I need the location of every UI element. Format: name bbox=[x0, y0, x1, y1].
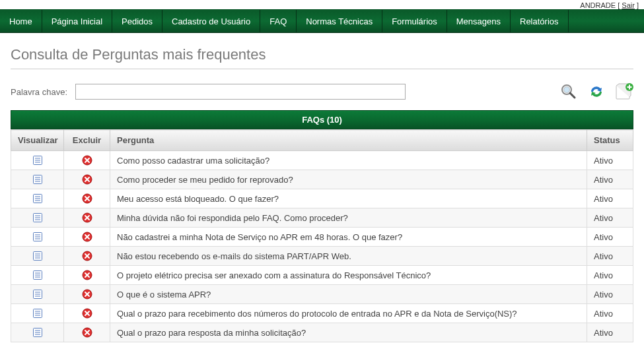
page-title: Consulta de Perguntas mais frequentes bbox=[11, 46, 633, 69]
table-row: Como posso cadastrar uma solicitação?Ati… bbox=[11, 151, 633, 170]
view-row-icon[interactable] bbox=[11, 151, 64, 170]
search-icon[interactable] bbox=[559, 82, 578, 101]
view-row-icon[interactable] bbox=[11, 247, 64, 266]
table-row: Não estou recebendo os e-mails do sistem… bbox=[11, 247, 633, 266]
question-cell: O que é o sistema APR? bbox=[110, 285, 587, 304]
view-row-icon[interactable] bbox=[11, 189, 64, 208]
faq-table: Visualizar Excluir Pergunta Status Como … bbox=[11, 129, 633, 342]
table-row: Como proceder se meu pedido for reprovad… bbox=[11, 170, 633, 189]
delete-row-icon[interactable] bbox=[64, 323, 110, 342]
svg-point-1 bbox=[564, 87, 570, 93]
question-cell: Qual o prazo para recebimento dos número… bbox=[110, 304, 587, 323]
question-cell: Minha dúvida não foi respondida pelo FAQ… bbox=[110, 208, 587, 228]
table-row: O projeto elétrico precisa ser anexado c… bbox=[11, 266, 633, 285]
main-nav: HomePágina InicialPedidosCadastro de Usu… bbox=[0, 9, 644, 33]
nav-item-7[interactable]: Mensagens bbox=[447, 10, 511, 32]
nav-item-1[interactable]: Página Inicial bbox=[42, 10, 112, 32]
search-input[interactable] bbox=[75, 84, 406, 100]
delete-row-icon[interactable] bbox=[64, 208, 110, 228]
nav-item-4[interactable]: FAQ bbox=[260, 10, 297, 32]
svg-line-2 bbox=[570, 93, 575, 98]
delete-row-icon[interactable] bbox=[64, 189, 110, 208]
logout-link[interactable]: Sair bbox=[622, 1, 635, 9]
table-row: Minha dúvida não foi respondida pelo FAQ… bbox=[11, 208, 633, 228]
status-cell: Ativo bbox=[587, 189, 633, 208]
view-row-icon[interactable] bbox=[11, 285, 64, 304]
status-cell: Ativo bbox=[587, 228, 633, 247]
view-row-icon[interactable] bbox=[11, 304, 64, 323]
col-header-view: Visualizar bbox=[11, 130, 64, 151]
question-cell: Não estou recebendo os e-mails do sistem… bbox=[110, 247, 587, 266]
table-row: Qual o prazo para resposta da minha soli… bbox=[11, 323, 633, 342]
table-row: Qual o prazo para recebimento dos número… bbox=[11, 304, 633, 323]
delete-row-icon[interactable] bbox=[64, 247, 110, 266]
view-row-icon[interactable] bbox=[11, 266, 64, 285]
delete-row-icon[interactable] bbox=[64, 304, 110, 323]
question-cell: Como posso cadastrar uma solicitação? bbox=[110, 151, 587, 170]
nav-item-2[interactable]: Pedidos bbox=[112, 10, 162, 32]
view-row-icon[interactable] bbox=[11, 323, 64, 342]
status-cell: Ativo bbox=[587, 170, 633, 189]
user-name: ANDRADE bbox=[580, 1, 616, 9]
question-cell: Não cadastrei a minha Nota de Serviço no… bbox=[110, 228, 587, 247]
question-cell: Qual o prazo para resposta da minha soli… bbox=[110, 323, 587, 342]
view-row-icon[interactable] bbox=[11, 208, 64, 228]
nav-item-6[interactable]: Formulários bbox=[382, 10, 447, 32]
table-row: Meu acesso está bloqueado. O que fazer?A… bbox=[11, 189, 633, 208]
status-cell: Ativo bbox=[587, 208, 633, 228]
add-icon[interactable] bbox=[615, 82, 633, 101]
delete-row-icon[interactable] bbox=[64, 170, 110, 189]
question-cell: O projeto elétrico precisa ser anexado c… bbox=[110, 266, 587, 285]
question-cell: Como proceder se meu pedido for reprovad… bbox=[110, 170, 587, 189]
col-header-delete: Excluir bbox=[64, 130, 110, 151]
status-cell: Ativo bbox=[587, 151, 633, 170]
delete-row-icon[interactable] bbox=[64, 285, 110, 304]
status-cell: Ativo bbox=[587, 266, 633, 285]
search-label: Palavra chave: bbox=[11, 87, 67, 97]
status-cell: Ativo bbox=[587, 323, 633, 342]
col-header-status: Status bbox=[587, 130, 633, 151]
view-row-icon[interactable] bbox=[11, 228, 64, 247]
nav-item-3[interactable]: Cadastro de Usuário bbox=[162, 10, 260, 32]
col-header-question: Pergunta bbox=[110, 130, 587, 151]
nav-item-0[interactable]: Home bbox=[0, 10, 42, 32]
status-cell: Ativo bbox=[587, 304, 633, 323]
refresh-icon[interactable] bbox=[587, 82, 606, 101]
view-row-icon[interactable] bbox=[11, 170, 64, 189]
delete-row-icon[interactable] bbox=[64, 151, 110, 170]
nav-item-8[interactable]: Relatórios bbox=[511, 10, 569, 32]
delete-row-icon[interactable] bbox=[64, 266, 110, 285]
question-cell: Meu acesso está bloqueado. O que fazer? bbox=[110, 189, 587, 208]
table-title: FAQs (10) bbox=[11, 110, 633, 129]
status-cell: Ativo bbox=[587, 247, 633, 266]
delete-row-icon[interactable] bbox=[64, 228, 110, 247]
user-bar: ANDRADE [ Sair ] bbox=[0, 0, 644, 9]
nav-item-5[interactable]: Normas Técnicas bbox=[297, 10, 382, 32]
table-row: Não cadastrei a minha Nota de Serviço no… bbox=[11, 228, 633, 247]
table-row: O que é o sistema APR?Ativo bbox=[11, 285, 633, 304]
status-cell: Ativo bbox=[587, 285, 633, 304]
